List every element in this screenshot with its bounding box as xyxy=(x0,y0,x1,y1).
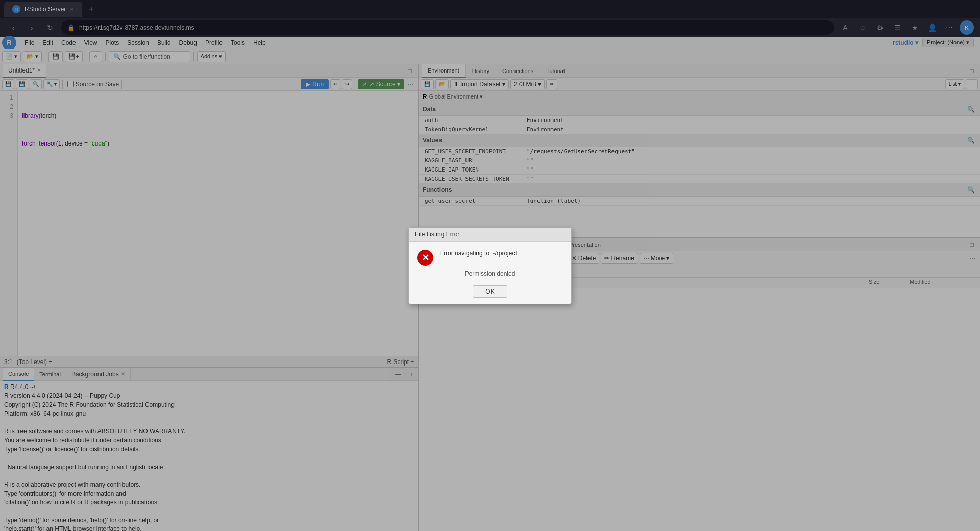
modal-dialog: File Listing Error ✕ Error navigating to… xyxy=(408,227,572,304)
modal-footer: OK xyxy=(409,281,571,304)
modal-icon-row: ✕ Error navigating to ~/rproject: xyxy=(417,250,563,266)
modal-overlay: File Listing Error ✕ Error navigating to… xyxy=(0,0,980,531)
modal-msg-block: Error navigating to ~/rproject: xyxy=(439,250,519,257)
modal-body: ✕ Error navigating to ~/rproject: Permis… xyxy=(409,242,571,281)
modal-title-bar: File Listing Error xyxy=(409,228,571,242)
modal-main-message: Error navigating to ~/rproject: xyxy=(439,250,519,257)
modal-ok-button[interactable]: OK xyxy=(473,285,507,298)
modal-title: File Listing Error xyxy=(415,231,459,238)
modal-sub-message: Permission denied xyxy=(465,270,516,277)
error-icon: ✕ xyxy=(417,250,433,266)
